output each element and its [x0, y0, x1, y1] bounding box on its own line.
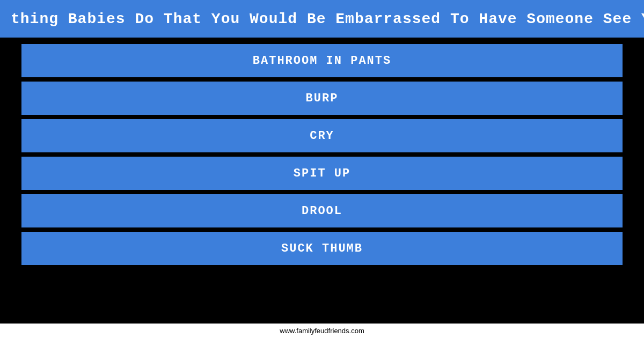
answer-text-4: SPIT UP	[294, 167, 350, 180]
answer-text-3: CRY	[310, 129, 334, 143]
answer-row-2[interactable]: BURP	[21, 82, 623, 115]
answer-row-4[interactable]: SPIT UP	[21, 157, 623, 190]
answer-text-1: BATHROOM IN PANTS	[253, 54, 391, 68]
answer-row-5[interactable]: DROOL	[21, 194, 623, 227]
answer-text-2: BURP	[306, 92, 339, 105]
answer-row-1[interactable]: BATHROOM IN PANTS	[21, 44, 623, 77]
question-header: thing Babies Do That You Would Be Embarr…	[0, 0, 644, 38]
answer-text-6: SUCK THUMB	[281, 242, 363, 255]
answer-row-3[interactable]: CRY	[21, 119, 623, 152]
footer-url: www.familyfeudfriends.com	[280, 327, 364, 335]
answers-list: BATHROOM IN PANTSBURPCRYSPIT UPDROOLSUCK…	[0, 38, 644, 324]
answer-text-5: DROOL	[302, 204, 342, 218]
question-text: thing Babies Do That You Would Be Embarr…	[11, 11, 644, 27]
footer: www.familyfeudfriends.com	[0, 324, 644, 338]
answer-row-6[interactable]: SUCK THUMB	[21, 232, 623, 265]
